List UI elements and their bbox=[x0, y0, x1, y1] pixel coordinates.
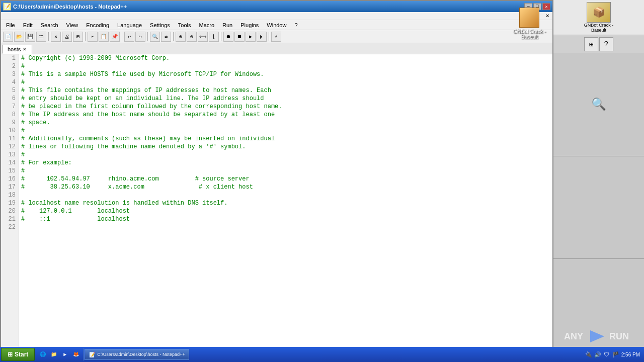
macro-play[interactable]: ▶ bbox=[246, 32, 256, 42]
code-line-6: # entry should be kept on an individual … bbox=[21, 95, 550, 103]
main-window: 📝 C:\Users\admin\Desktop\hosts - Notepad… bbox=[0, 0, 553, 362]
paste-button[interactable]: 📌 bbox=[110, 32, 120, 42]
code-line-8: # The IP address and the host name shoul… bbox=[21, 111, 550, 119]
tray-time: 2:56 PM bbox=[621, 352, 640, 357]
tab-close-button[interactable]: ✕ bbox=[23, 47, 27, 52]
copy-button[interactable]: 📋 bbox=[99, 32, 109, 42]
save-all-button[interactable]: 🗃 bbox=[36, 32, 46, 42]
taskbar-tray: 🔌 🔊 🛡 🏴 2:56 PM bbox=[581, 351, 644, 358]
undo-button[interactable]: ↩ bbox=[124, 32, 134, 42]
start-button[interactable]: ⊞ Start bbox=[1, 348, 35, 361]
desktop-gnbot-icon[interactable]: GNBot Crack -Baseult bbox=[513, 8, 546, 40]
right-panel-body: 🔍 bbox=[553, 53, 644, 362]
wrap-button[interactable]: ⌊ bbox=[209, 32, 219, 42]
close-doc-button[interactable]: ✕ bbox=[51, 32, 61, 42]
menu-plugins[interactable]: Plugins bbox=[236, 20, 263, 30]
app-panel-label: GNBot Crack -Baseult bbox=[584, 23, 614, 33]
watermark-run: RUN bbox=[609, 331, 629, 342]
gnbot-icon-image bbox=[519, 8, 539, 28]
menu-file[interactable]: File bbox=[2, 20, 19, 30]
zoom-out-button[interactable]: ⊖ bbox=[187, 32, 197, 42]
tray-volume[interactable]: 🔊 bbox=[594, 351, 601, 358]
code-line-7: # be placed in the first column followed… bbox=[21, 103, 550, 111]
line-num-5: 5 bbox=[12, 86, 16, 95]
sync-scroll-button[interactable]: ⟺ bbox=[198, 32, 208, 42]
rp-grid-button[interactable]: ⊞ bbox=[584, 37, 598, 51]
print-now-button[interactable]: ⊞ bbox=[73, 32, 83, 42]
open-button[interactable]: 📂 bbox=[14, 32, 24, 42]
code-line-9: # space. bbox=[21, 119, 550, 127]
code-area[interactable]: # Copyright (c) 1993-2009 Microsoft Corp… bbox=[19, 54, 552, 352]
menu-edit[interactable]: Edit bbox=[19, 20, 37, 30]
menu-help[interactable]: ? bbox=[290, 20, 301, 30]
tray-flag[interactable]: 🏴 bbox=[612, 351, 619, 358]
line-num-8: 8 bbox=[12, 111, 16, 119]
menu-view[interactable]: View bbox=[62, 20, 83, 30]
line-num-3: 3 bbox=[12, 70, 16, 78]
tray-security[interactable]: 🛡 bbox=[603, 351, 610, 358]
code-line-14: # For example: bbox=[21, 159, 550, 167]
toolbar-sep5 bbox=[173, 32, 174, 41]
line-num-19: 19 bbox=[9, 199, 16, 207]
line-num-14: 14 bbox=[9, 159, 16, 167]
save-button[interactable]: 💾 bbox=[25, 32, 35, 42]
find-replace-button[interactable]: ⇄ bbox=[161, 32, 171, 42]
code-line-4: # bbox=[21, 78, 550, 86]
quick-ie[interactable]: 🌐 bbox=[38, 349, 48, 359]
quick-firefox[interactable]: 🦊 bbox=[71, 349, 81, 359]
taskbar-notepad[interactable]: 📝 C:\Users\admin\Desktop\hosts - Notepad… bbox=[85, 349, 189, 360]
toolbar-sep1 bbox=[48, 32, 49, 41]
toolbar-sep2 bbox=[85, 32, 86, 41]
cut-button[interactable]: ✂ bbox=[88, 32, 98, 42]
right-panel: 📦 GNBot Crack -Baseult ⊞ ? 🔍 bbox=[553, 0, 644, 362]
menu-macro[interactable]: Macro bbox=[195, 20, 218, 30]
menu-tools[interactable]: Tools bbox=[174, 20, 195, 30]
quick-explorer[interactable]: 📁 bbox=[49, 349, 59, 359]
line-num-16: 16 bbox=[9, 175, 16, 183]
run-script[interactable]: ⚡ bbox=[271, 32, 281, 42]
line-num-10: 10 bbox=[9, 127, 16, 135]
print-button[interactable]: 🖨 bbox=[62, 32, 72, 42]
code-line-20: # 127.0.0.1 localhost bbox=[21, 207, 550, 215]
macro-run[interactable]: ⏵ bbox=[257, 32, 267, 42]
app-icon: 📝 bbox=[3, 3, 11, 11]
code-line-5: # This file contains the mappings of IP … bbox=[21, 86, 550, 95]
rp-help-button[interactable]: ? bbox=[599, 37, 613, 51]
code-line-11: # Additionally, comments (such as these)… bbox=[21, 135, 550, 143]
toolbar-sep3 bbox=[122, 32, 122, 41]
macro-record[interactable]: ⏺ bbox=[223, 32, 233, 42]
menu-language[interactable]: Language bbox=[113, 20, 146, 30]
quick-media[interactable]: ▶ bbox=[60, 349, 70, 359]
menu-settings[interactable]: Settings bbox=[146, 20, 174, 30]
taskbar-items: 📝 C:\Users\admin\Desktop\hosts - Notepad… bbox=[84, 348, 581, 361]
menu-search[interactable]: Search bbox=[37, 20, 62, 30]
window-title: C:\Users\admin\Desktop\hosts - Notepad++ bbox=[13, 4, 127, 10]
toolbar: 📄 📂 💾 🗃 ✕ 🖨 ⊞ ✂ 📋 📌 ↩ ↪ 🔍 ⇄ ⊕ ⊖ ⟺ ⌊ ⏺ ⏹ … bbox=[1, 30, 552, 43]
tab-hosts[interactable]: hosts ✕ bbox=[2, 45, 32, 54]
svg-marker-0 bbox=[590, 330, 604, 342]
tray-network[interactable]: 🔌 bbox=[585, 351, 592, 358]
taskbar-notepad-label: C:\Users\admin\Desktop\hosts - Notepad++ bbox=[97, 352, 185, 357]
new-button[interactable]: 📄 bbox=[3, 32, 13, 42]
menu-window[interactable]: Window bbox=[263, 20, 290, 30]
app-panel-icon: 📦 bbox=[587, 2, 611, 23]
editor-container: 1 2 3 4 5 6 7 8 9 10 11 12 13 14 15 16 1… bbox=[1, 54, 552, 352]
menu-encoding[interactable]: Encoding bbox=[82, 20, 113, 30]
menu-run[interactable]: Run bbox=[218, 20, 236, 30]
line-num-22: 22 bbox=[9, 223, 16, 231]
code-line-19: # localhost name resolution is handled w… bbox=[21, 199, 550, 207]
title-bar-left: 📝 C:\Users\admin\Desktop\hosts - Notepad… bbox=[3, 3, 127, 11]
menu-bar: File Edit Search View Encoding Language … bbox=[1, 20, 552, 30]
zoom-in-button[interactable]: ⊕ bbox=[176, 32, 186, 42]
line-num-20: 20 bbox=[9, 207, 16, 215]
tab-label: hosts bbox=[8, 46, 21, 52]
start-icon: ⊞ bbox=[8, 351, 13, 358]
macro-stop[interactable]: ⏹ bbox=[234, 32, 245, 42]
code-line-13: # bbox=[21, 151, 550, 159]
find-button[interactable]: 🔍 bbox=[150, 32, 160, 42]
line-num-4: 4 bbox=[12, 78, 16, 86]
right-panel-toolbar: ⊞ ? bbox=[553, 35, 644, 53]
tab-bar: hosts ✕ bbox=[1, 43, 552, 54]
redo-button[interactable]: ↪ bbox=[135, 32, 145, 42]
toolbar-sep7 bbox=[269, 32, 269, 41]
